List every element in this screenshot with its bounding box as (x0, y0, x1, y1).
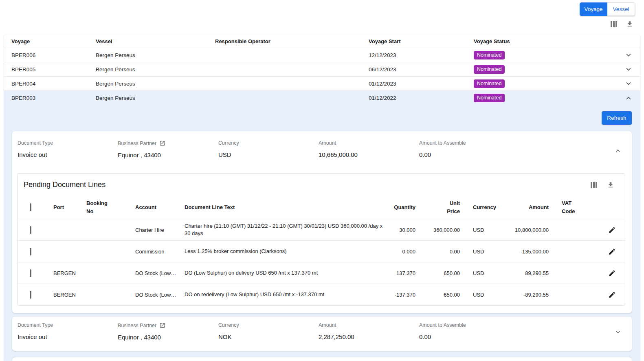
voyage-row-bper004[interactable]: BPER004 Bergen Perseus 01/12/2023 Nomina… (4, 77, 640, 91)
collapse-document-button[interactable] (614, 147, 622, 155)
unit-price-cell: 0.00 (423, 249, 462, 255)
expand-row-button[interactable] (617, 65, 640, 74)
amount-label: Amount (319, 140, 419, 146)
document-line-row[interactable]: BERGEN DO Stock (Low… DO (Low Sulphur) o… (18, 262, 625, 284)
business-partner-label: Business Partner (118, 141, 156, 146)
quantity-cell: 0.000 (388, 249, 423, 255)
unit-price-cell: 650.00 (423, 292, 462, 298)
currency-cell: USD (462, 249, 499, 255)
status-badge: Nominated (474, 94, 505, 102)
row-checkbox[interactable] (30, 226, 31, 234)
voyage-start-date: 12/12/2023 (369, 52, 474, 58)
open-in-new-icon[interactable] (159, 322, 165, 328)
business-partner-label: Business Partner (118, 323, 156, 328)
quantity-cell: -137.370 (388, 292, 423, 298)
edit-icon[interactable] (608, 269, 616, 277)
amount-to-assemble-label: Amount to Assemble (419, 140, 607, 146)
currency-value: NOK (218, 333, 319, 340)
vessel-name: Bergen Perseus (96, 81, 215, 87)
voyage-row-bper003[interactable]: BPER003 Bergen Perseus 01/12/2022 Nomina… (4, 91, 640, 105)
refresh-button[interactable]: Refresh (602, 111, 632, 125)
account-cell: Commission (135, 249, 185, 255)
column-view-icon[interactable] (591, 182, 597, 188)
voyage-start-date: 01/12/2022 (369, 95, 474, 101)
currency-label: Currency (218, 140, 319, 146)
voyage-table-header: Voyage Vessel Responsible Operator Voyag… (4, 35, 640, 48)
vessel-name: Bergen Perseus (96, 52, 215, 58)
voyage-id: BPER003 (4, 95, 96, 101)
chevron-down-icon (614, 328, 622, 336)
column-header-unit-price: Unit Price (423, 199, 462, 216)
expand-row-button[interactable] (617, 79, 640, 88)
row-checkbox[interactable] (30, 269, 31, 277)
amount-cell: 10,800,000.00 (499, 227, 562, 233)
column-view-icon[interactable] (611, 21, 617, 27)
pending-lines-title: Pending Document Lines (24, 180, 591, 189)
line-text-cell: DO on redelivery (Low Sulphur) USD 650 /… (185, 291, 388, 298)
amount-value: 2,287,250.00 (319, 333, 419, 340)
open-in-new-icon[interactable] (159, 140, 165, 146)
business-partner-value: Equinor , 43400 (118, 334, 218, 341)
amount-cell: 89,290.55 (499, 270, 562, 276)
document-type-value: Invoice out (18, 333, 118, 340)
voyage-start-date: 01/12/2023 (369, 81, 474, 87)
currency-label: Currency (218, 322, 319, 328)
document-summary: Document Type Invoice out Business Partn… (12, 131, 632, 173)
unit-price-cell: 650.00 (423, 270, 462, 276)
amount-value: 10,665,000.00 (319, 151, 419, 158)
document-type-value: Invoice out (18, 151, 118, 158)
currency-cell: USD (462, 270, 499, 276)
status-badge: Nominated (474, 65, 505, 74)
status-badge: Nominated (474, 79, 505, 88)
download-icon[interactable] (607, 181, 614, 189)
vessel-name: Bergen Perseus (96, 95, 215, 101)
voyage-table-card: Voyage Vessel Responsible Operator Voyag… (4, 35, 640, 361)
chevron-up-icon (624, 94, 633, 103)
port-cell: BERGEN (53, 292, 86, 298)
edit-icon[interactable] (608, 248, 616, 255)
document-card-usd: Document Type Invoice out Business Partn… (12, 131, 632, 313)
line-text-cell: Charter hire (21:10 (GMT) 31/12/22 - 21:… (185, 222, 388, 237)
voyage-detail-panel: Refresh Document Type Invoice out Busine… (4, 105, 640, 361)
column-header-voyage: Voyage (4, 38, 96, 44)
amount-label: Amount (319, 322, 419, 328)
amount-cell: -89,290.55 (499, 292, 562, 298)
vessel-toggle-button[interactable]: Vessel (607, 2, 635, 16)
voyage-toggle-button[interactable]: Voyage (580, 2, 607, 16)
column-header-operator: Responsible Operator (215, 38, 369, 44)
download-icon[interactable] (626, 20, 633, 28)
edit-icon[interactable] (608, 226, 616, 234)
document-type-label: Document Type (18, 140, 118, 146)
edit-icon[interactable] (608, 291, 616, 299)
voyage-id: BPER005 (4, 66, 96, 73)
voyage-start-date: 06/12/2023 (369, 66, 474, 73)
column-header-account: Account (135, 203, 185, 211)
quantity-cell: 30.000 (388, 227, 423, 233)
line-text-cell: DO (Low Sulphur) on delivery USD 650 /mt… (185, 269, 388, 277)
currency-cell: USD (462, 292, 499, 298)
voyage-id: BPER006 (4, 52, 96, 58)
expand-document-button[interactable] (614, 328, 622, 336)
expand-row-button[interactable] (617, 51, 640, 59)
business-partner-value: Equinor , 43400 (118, 152, 218, 158)
row-checkbox[interactable] (30, 248, 31, 255)
document-line-row[interactable]: Charter Hire Charter hire (21:10 (GMT) 3… (18, 219, 625, 241)
account-cell: DO Stock (Low… (135, 270, 185, 276)
amount-to-assemble-value: 0.00 (419, 151, 607, 158)
voyage-row-bper005[interactable]: BPER005 Bergen Perseus 06/12/2023 Nomina… (4, 62, 640, 77)
voyage-row-bper006[interactable]: BPER006 Bergen Perseus 12/12/2023 Nomina… (4, 48, 640, 62)
account-cell: DO Stock (Low… (135, 292, 185, 298)
document-line-row[interactable]: BERGEN DO Stock (Low… DO on redelivery (… (18, 284, 625, 306)
row-checkbox[interactable] (30, 291, 31, 299)
port-cell: BERGEN (53, 270, 86, 276)
collapse-row-button[interactable] (617, 94, 640, 103)
quantity-cell: 137.370 (388, 270, 423, 276)
view-toggle: Voyage Vessel (580, 2, 635, 16)
chevron-down-icon (624, 65, 633, 74)
document-type-label: Document Type (18, 322, 118, 328)
select-all-checkbox[interactable] (30, 203, 31, 211)
document-line-row[interactable]: Commission Less 1.25% broker commission … (18, 241, 625, 262)
chevron-down-icon (624, 79, 633, 88)
vessel-name: Bergen Perseus (96, 66, 215, 73)
amount-to-assemble-value: 0.00 (419, 333, 607, 340)
